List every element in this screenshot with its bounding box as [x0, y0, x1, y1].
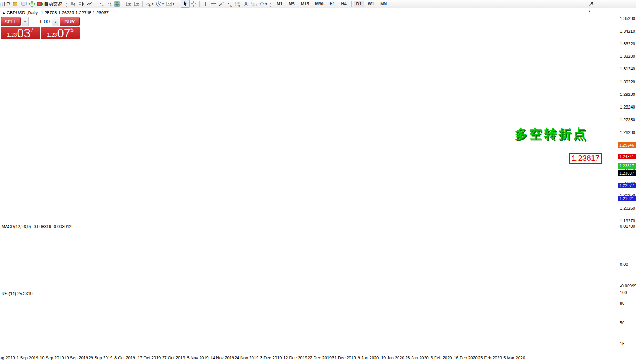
chart-window-icon	[13, 1, 19, 7]
sell-button[interactable]: SELL	[1, 17, 21, 26]
zoom-out-button[interactable]	[105, 0, 113, 7]
volume-increase-button[interactable]: ▲	[52, 17, 59, 26]
turning-point-annotation[interactable]: 多空转折点	[515, 125, 588, 143]
timeframe-bar: M1M5M15M30H1H4D1W1MN	[274, 1, 390, 7]
horizontal-line-button[interactable]	[209, 0, 217, 7]
volume-input[interactable]: 1.00	[29, 17, 52, 26]
timeframe-M1[interactable]: M1	[274, 1, 285, 7]
timeframe-MN[interactable]: MN	[378, 1, 389, 7]
text-label-button[interactable]: T	[250, 0, 258, 7]
indicators-icon	[145, 1, 151, 7]
svg-text:F: F	[238, 5, 240, 7]
rsi-axis-tick: 50	[620, 321, 624, 325]
templates-icon	[166, 1, 172, 7]
macd-label: MACD(12,26,9) -0.008319 -0.003012	[2, 224, 72, 229]
bar-chart-icon	[70, 1, 76, 7]
macd-axis-tick: -0.00999	[620, 284, 636, 288]
periods-button[interactable]: ▾	[154, 0, 165, 7]
tile-windows-button[interactable]	[113, 0, 121, 7]
line-chart-button[interactable]	[85, 0, 93, 7]
svg-text:T: T	[253, 2, 255, 6]
svg-text:A: A	[244, 2, 248, 7]
toolbar-expand-button[interactable]	[587, 0, 595, 7]
chart-shift-button[interactable]	[133, 0, 141, 7]
terminal-button[interactable]	[20, 0, 28, 7]
auto-scroll-icon	[126, 1, 132, 7]
labels-layer: 1.352301.342101.332201.322301.312401.302…	[0, 0, 636, 364]
macd-axis-tick: 0.017007	[620, 224, 636, 229]
price-axis-tick: 1.30220	[620, 80, 635, 84]
price-axis-tick: 1.29230	[620, 92, 635, 97]
price-level-badge: 1.24341	[618, 154, 636, 159]
timeframe-M30[interactable]: M30	[312, 1, 326, 7]
ne-arrow-icon	[588, 1, 594, 7]
candlestick-chart-button[interactable]	[77, 0, 85, 7]
equidistant-channel-button[interactable]: E	[225, 0, 233, 7]
price-level-badge: 1.25246	[618, 142, 636, 148]
clock-icon	[156, 1, 162, 7]
trend-line-icon	[218, 1, 225, 7]
timeframe-H4[interactable]: H4	[339, 1, 349, 7]
volume-decrease-button[interactable]: ▼	[22, 17, 29, 26]
price-level-badge: 1.22077	[618, 183, 636, 188]
buy-button[interactable]: BUY	[60, 17, 80, 26]
text-button[interactable]: A	[242, 0, 250, 7]
buy-price-small: 1.23	[47, 32, 57, 38]
tile-windows-icon	[114, 1, 120, 7]
trend-line-button[interactable]	[217, 0, 225, 7]
chevron-down-icon: ▾	[173, 2, 174, 6]
zoom-out-icon	[106, 1, 112, 7]
timeframe-M5[interactable]: M5	[286, 1, 297, 7]
timeframe-W1[interactable]: W1	[365, 1, 377, 7]
crosshair-icon	[191, 1, 197, 7]
crosshair-button[interactable]	[190, 0, 198, 7]
toolbar-grip	[270, 1, 272, 7]
bar-chart-button[interactable]	[69, 0, 77, 7]
symbol-marker-icon: ▲	[2, 11, 5, 15]
new-order-button[interactable]: 新订单	[0, 0, 12, 7]
horizontal-line-icon	[210, 1, 216, 7]
price-level-badge: 1.23617	[618, 163, 636, 169]
line-chart-icon	[86, 1, 92, 7]
price-callout-box[interactable]: 1.23617	[569, 153, 602, 164]
rsi-axis-tick: 15	[620, 341, 624, 346]
buy-price[interactable]: 1.23 07 5	[41, 27, 80, 39]
toolbar-grip	[65, 1, 67, 7]
svg-text:E: E	[230, 5, 232, 7]
toolbar-separator	[351, 1, 352, 7]
news-button[interactable]	[28, 0, 36, 7]
toolbar-separator	[199, 1, 200, 7]
toolbar: 新订单 自动交易	[0, 0, 636, 8]
autotrading-button[interactable]: 自动交易	[36, 0, 64, 7]
timeframe-D1[interactable]: D1	[354, 1, 364, 7]
timeframe-H1[interactable]: H1	[327, 1, 337, 7]
buy-price-sup: 5	[70, 27, 74, 33]
auto-scroll-button[interactable]	[124, 0, 133, 7]
chart-shift-icon	[134, 1, 140, 7]
date-axis-label: 5 Mar 2020	[498, 356, 530, 360]
autotrading-label: 自动交易	[44, 1, 62, 7]
chevron-down-icon: ▾	[265, 2, 267, 6]
timeframe-M15[interactable]: M15	[298, 1, 312, 7]
candlestick-chart-icon	[78, 1, 84, 7]
price-axis-tick: 1.33220	[620, 42, 635, 46]
axis-scroll-icon[interactable]: ▲	[588, 10, 591, 13]
cursor-button[interactable]	[181, 0, 190, 8]
zoom-in-button[interactable]	[97, 0, 105, 7]
price-axis-tick: 1.26230	[620, 130, 635, 135]
rsi-axis-tick: 80	[620, 301, 624, 306]
vertical-line-icon	[202, 1, 208, 7]
templates-button[interactable]: ▾	[165, 0, 175, 7]
signal-icon	[29, 1, 35, 7]
fibonacci-icon: F	[235, 1, 241, 7]
vertical-line-button[interactable]	[201, 0, 209, 7]
sell-price[interactable]: 1.23 03 7	[1, 27, 40, 39]
symbol-title: GBPUSD-,Daily	[7, 10, 38, 15]
arrows-button[interactable]: ▾	[258, 0, 268, 7]
chart-window-button[interactable]	[12, 0, 20, 7]
terminal-icon	[21, 1, 27, 7]
chart-title: ▲GBPUSD-,Daily1.25703 1.26229 1.22748 1.…	[2, 10, 109, 15]
fibonacci-button[interactable]: F	[233, 0, 242, 7]
new-order-label: 新订单	[0, 1, 10, 7]
indicators-button[interactable]: ▾	[144, 0, 154, 7]
